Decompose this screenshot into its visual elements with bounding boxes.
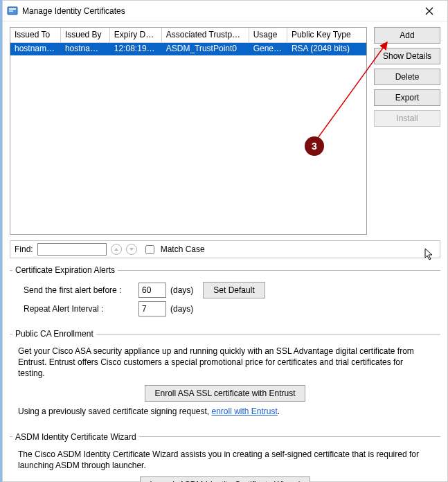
- install-button: Install: [374, 110, 440, 127]
- public-ca-legend: Public CA Enrollment: [12, 329, 96, 339]
- delete-button[interactable]: Delete: [374, 69, 440, 85]
- first-alert-label: Send the first alert before :: [24, 285, 134, 295]
- public-ca-group: Public CA Enrollment Get your Cisco ASA …: [10, 329, 440, 425]
- prev-csr-b: .: [278, 407, 280, 416]
- prev-csr-a: Using a previously saved certificate sig…: [18, 407, 211, 416]
- close-button[interactable]: [415, 1, 443, 21]
- first-alert-input[interactable]: [138, 283, 166, 298]
- col-expiry-date[interactable]: Expiry Date: [110, 28, 162, 42]
- show-details-button[interactable]: Show Details: [374, 48, 440, 64]
- find-next-icon[interactable]: [126, 244, 137, 255]
- expiration-alerts-group: Certificate Expiration Alerts Send the f…: [10, 265, 440, 322]
- cell-keytype: RSA (2048 bits): [287, 43, 366, 55]
- cell-usage: Genera...: [249, 43, 287, 55]
- prev-csr-text: Using a previously saved certificate sig…: [18, 406, 432, 417]
- titlebar: Manage Identity Certificates: [3, 1, 447, 21]
- repeat-interval-label: Repeat Alert Interval :: [24, 304, 134, 314]
- enroll-entrust-link[interactable]: enroll with Entrust: [211, 407, 277, 416]
- dialog-window: Manage Identity Certificates Issued To I…: [2, 0, 448, 482]
- find-input[interactable]: [37, 243, 107, 256]
- days-label-2: (days): [170, 304, 193, 314]
- match-case-checkbox[interactable]: [145, 245, 154, 254]
- find-bar: Find: Match Case: [10, 240, 440, 258]
- public-ca-text: Get your Cisco ASA security appliance up…: [18, 346, 432, 380]
- col-issued-to[interactable]: Issued To: [10, 28, 61, 42]
- match-case-label: Match Case: [161, 244, 205, 254]
- wizard-text: The Cisco ASDM Identity Certificate Wiza…: [18, 449, 432, 471]
- cursor-icon: [424, 248, 436, 262]
- wizard-group: ASDM Identity Certificate Wizard The Cis…: [10, 432, 440, 482]
- repeat-interval-input[interactable]: [138, 301, 166, 316]
- add-button[interactable]: Add: [374, 27, 440, 44]
- col-trustpoints[interactable]: Associated Trustpoints: [162, 28, 249, 42]
- launch-wizard-button[interactable]: Launch ASDM Identity Certificate Wizard: [140, 476, 311, 482]
- enroll-entrust-button[interactable]: Enroll ASA SSL certificate with Entrust: [145, 385, 306, 402]
- col-usage[interactable]: Usage: [249, 28, 287, 42]
- svg-rect-2: [9, 10, 13, 12]
- col-keytype[interactable]: Public Key Type: [287, 28, 366, 42]
- dialog-content: Issued To Issued By Expiry Date Associat…: [3, 21, 447, 482]
- cell-expiry-date: 12:08:19 UT...: [110, 43, 162, 55]
- side-button-column: Add Show Details Delete Export Install: [374, 27, 440, 235]
- table-row[interactable]: hostname... hostname... 12:08:19 UT... A…: [10, 43, 366, 55]
- window-title: Manage Identity Certificates: [22, 6, 415, 16]
- find-prev-icon[interactable]: [111, 244, 122, 255]
- cell-issued-by: hostname...: [61, 43, 110, 55]
- app-icon: [7, 6, 18, 17]
- set-default-button[interactable]: Set Default: [203, 282, 265, 298]
- days-label-1: (days): [170, 285, 193, 295]
- wizard-legend: ASDM Identity Certificate Wizard: [12, 432, 139, 442]
- cell-issued-to: hostname...: [10, 43, 61, 55]
- certificate-table[interactable]: Issued To Issued By Expiry Date Associat…: [10, 27, 367, 235]
- expiration-alerts-legend: Certificate Expiration Alerts: [12, 265, 118, 275]
- cell-trustpoints: ASDM_TrustPoint0: [162, 43, 249, 55]
- find-label: Find:: [15, 244, 33, 254]
- export-button[interactable]: Export: [374, 89, 440, 106]
- table-header-row: Issued To Issued By Expiry Date Associat…: [10, 28, 366, 43]
- col-issued-by[interactable]: Issued By: [61, 28, 110, 42]
- svg-rect-1: [9, 8, 16, 10]
